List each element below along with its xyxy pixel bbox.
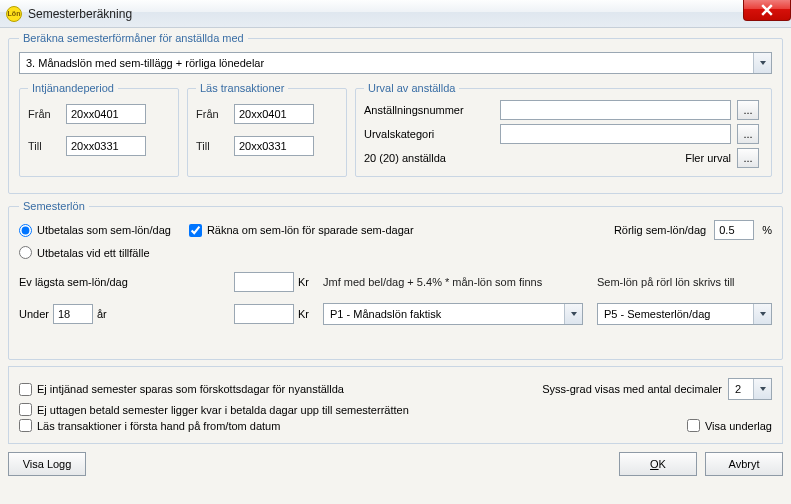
label-pct: % [762, 224, 772, 236]
label-anstnr: Anställningsnummer [364, 104, 494, 116]
calc-type-value: 3. Månadslön med sem-tillägg + rörliga l… [26, 57, 264, 69]
title-bar: Lön Semesterberäkning [0, 0, 791, 28]
intj-fran-input[interactable] [66, 104, 146, 124]
chk-ej-intjanad[interactable]: Ej intjänad semester sparas som förskott… [19, 383, 344, 396]
fler-urval-button[interactable]: ... [737, 148, 759, 168]
under-kr-input[interactable] [234, 304, 294, 324]
close-icon [761, 4, 773, 16]
group-main: Beräkna semesterförmåner för anställda m… [8, 32, 783, 194]
radio-utbetalas-dag-input[interactable] [19, 224, 32, 237]
group-las-legend: Läs transaktioner [196, 82, 288, 94]
close-button[interactable] [743, 0, 791, 21]
chk-ej-intjanad-input[interactable] [19, 383, 32, 396]
label-skrivs: Sem-lön på rörl lön skrivs till [597, 276, 772, 288]
ok-button[interactable]: OK [619, 452, 697, 476]
app-icon: Lön [6, 6, 22, 22]
label-jmf: Jmf med bel/dag + 5.4% * mån-lön som fin… [323, 276, 583, 288]
visa-logg-button[interactable]: Visa Logg [8, 452, 86, 476]
radio-utbetalas-tillfalle-input[interactable] [19, 246, 32, 259]
chk-ej-uttagen-input[interactable] [19, 403, 32, 416]
label-till: Till [28, 140, 66, 152]
label-las-fran: Från [196, 108, 234, 120]
label-count: 20 (20) anställda [364, 152, 494, 164]
avbryt-button[interactable]: Avbryt [705, 452, 783, 476]
radio-utbetalas-tillfalle[interactable]: Utbetalas vid ett tillfälle [19, 246, 150, 259]
decimals-value: 2 [735, 383, 741, 395]
jmf-combo-value: P1 - Månadslön faktisk [330, 308, 441, 320]
chevron-down-icon [753, 379, 771, 399]
label-syss: Syss-grad visas med antal decimaler [542, 383, 722, 395]
las-till-input[interactable] [234, 136, 314, 156]
urvalkat-input[interactable] [500, 124, 731, 144]
under-age-input[interactable] [53, 304, 93, 324]
label-fler-urval: Fler urval [500, 152, 731, 164]
group-intjanandeperiod: Intjänandeperiod Från Till [19, 82, 179, 177]
decimals-combo[interactable]: 2 [728, 378, 772, 400]
ev-lagsta-input[interactable] [234, 272, 294, 292]
calc-type-combo[interactable]: 3. Månadslön med sem-tillägg + rörliga l… [19, 52, 772, 74]
radio-utbetalas-dag[interactable]: Utbetalas som sem-lön/dag [19, 224, 171, 237]
chevron-down-icon [753, 53, 771, 73]
chk-visa-underlag-input[interactable] [687, 419, 700, 432]
urvalkat-browse-button[interactable]: ... [737, 124, 759, 144]
anstnr-input[interactable] [500, 100, 731, 120]
label-kr1: Kr [298, 276, 309, 288]
label-kr2: Kr [298, 308, 309, 320]
window-title: Semesterberäkning [28, 7, 132, 21]
group-urval-legend: Urval av anställda [364, 82, 459, 94]
chk-las-trans[interactable]: Läs transaktioner i första hand på from/… [19, 419, 280, 432]
group-options: Ej intjänad semester sparas som förskott… [8, 366, 783, 444]
skrivs-combo-value: P5 - Semesterlön/dag [604, 308, 710, 320]
group-urval: Urval av anställda Anställningsnummer ..… [355, 82, 772, 177]
footer: Visa Logg OK Avbryt [8, 452, 783, 476]
las-fran-input[interactable] [234, 104, 314, 124]
chk-rakna-om-input[interactable] [189, 224, 202, 237]
group-main-legend: Beräkna semesterförmåner för anställda m… [19, 32, 248, 44]
chk-las-trans-input[interactable] [19, 419, 32, 432]
anstnr-browse-button[interactable]: ... [737, 100, 759, 120]
skrivs-combo[interactable]: P5 - Semesterlön/dag [597, 303, 772, 325]
group-semlon-legend: Semesterlön [19, 200, 89, 212]
label-fran: Från [28, 108, 66, 120]
chk-ej-uttagen[interactable]: Ej uttagen betald semester ligger kvar i… [19, 403, 409, 416]
group-semesterlon: Semesterlön Utbetalas som sem-lön/dag Rä… [8, 200, 783, 360]
group-intj-legend: Intjänandeperiod [28, 82, 118, 94]
label-under: Under [19, 308, 49, 320]
group-las-transaktioner: Läs transaktioner Från Till [187, 82, 347, 177]
chevron-down-icon [753, 304, 771, 324]
label-ar: år [97, 308, 107, 320]
label-rorlig: Rörlig sem-lön/dag [614, 224, 706, 236]
intj-till-input[interactable] [66, 136, 146, 156]
rorlig-pct-input[interactable] [714, 220, 754, 240]
label-las-till: Till [196, 140, 234, 152]
jmf-combo[interactable]: P1 - Månadslön faktisk [323, 303, 583, 325]
chk-visa-underlag[interactable]: Visa underlag [687, 419, 772, 432]
label-urvalkat: Urvalskategori [364, 128, 494, 140]
chk-rakna-om[interactable]: Räkna om sem-lön för sparade sem-dagar [189, 224, 414, 237]
label-ev-lagsta: Ev lägsta sem-lön/dag [19, 276, 128, 288]
chevron-down-icon [564, 304, 582, 324]
